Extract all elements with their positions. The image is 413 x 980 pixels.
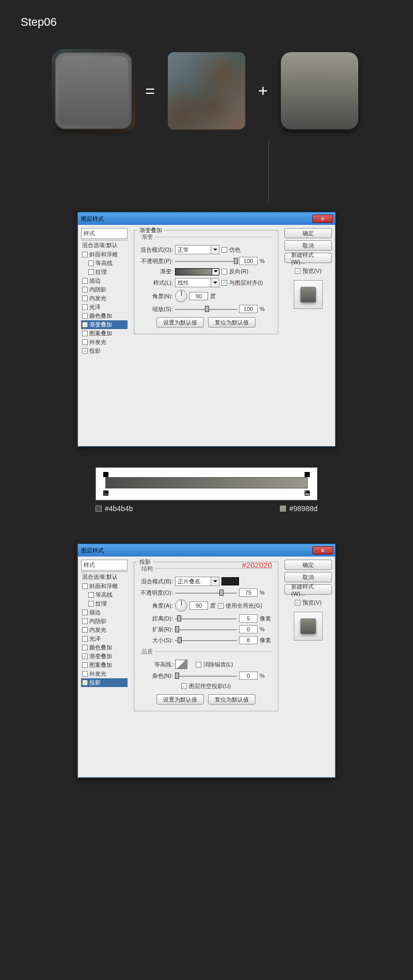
reverse-checkbox[interactable] [221,269,227,274]
dialog-titlebar[interactable]: 图层样式 ✕ [78,213,335,225]
new-style-button[interactable]: 新建样式(W)... [284,253,332,263]
style-item[interactable]: 图案叠加 [81,329,128,338]
style-item[interactable]: 颜色叠加 [81,312,128,320]
distance-slider[interactable] [175,614,237,623]
reset-default-button[interactable]: 复位为默认值 [208,317,256,328]
blend-mode-select[interactable]: 正常 [175,245,219,254]
shadow-color-swatch[interactable] [221,577,239,585]
style-item[interactable]: 等高线 [81,591,128,599]
style-checkbox[interactable] [82,583,88,589]
scale-slider[interactable] [175,305,237,313]
style-checkbox[interactable] [82,304,88,310]
preview-checkbox[interactable] [295,268,300,274]
style-checkbox[interactable] [88,260,94,266]
contour-picker[interactable] [175,660,187,669]
style-item[interactable]: 纹理 [81,268,128,276]
style-item[interactable]: 颜色叠加 [81,643,128,652]
style-checkbox[interactable] [82,252,88,257]
style-checkbox[interactable] [82,636,88,642]
angle-input[interactable]: 90 [189,292,208,300]
dialog-titlebar[interactable]: 图层样式 ✕ [78,544,335,557]
spread-input[interactable]: 0 [239,625,258,633]
preview-checkbox[interactable] [295,600,300,606]
style-checkbox[interactable] [82,296,88,301]
ok-button[interactable]: 确定 [284,560,332,570]
style-checkbox[interactable] [82,339,88,345]
style-item[interactable]: 等高线 [81,259,128,268]
size-input[interactable]: 8 [239,636,258,644]
antialias-checkbox[interactable] [196,662,201,667]
style-checkbox[interactable] [82,654,88,659]
blend-mode-select[interactable]: 正片叠底 [175,577,219,586]
style-item[interactable]: 内阴影 [81,617,128,626]
angle-dial[interactable] [175,599,187,612]
new-style-button[interactable]: 新建样式(W)... [284,584,332,595]
grad-style-select[interactable]: 线性 [175,278,219,287]
style-item[interactable]: 外发光 [81,338,128,347]
style-checkbox[interactable] [82,662,88,668]
style-checkbox[interactable] [82,671,88,677]
global-light-checkbox[interactable] [218,603,224,609]
style-item[interactable]: 斜面和浮雕 [81,250,128,259]
color-stop-left[interactable] [103,491,108,496]
opacity-stop-right[interactable] [305,472,310,477]
style-item[interactable]: 描边 [81,276,128,285]
style-checkbox[interactable] [82,680,88,685]
style-checkbox[interactable] [82,313,88,319]
opacity-stop-left[interactable] [103,472,108,477]
style-checkbox[interactable] [82,610,88,615]
angle-input[interactable]: 90 [189,601,208,610]
gradient-editor[interactable] [96,467,317,500]
style-item[interactable]: 渐变叠加 [81,652,128,661]
set-default-button[interactable]: 设置为默认值 [156,317,204,328]
style-item[interactable]: 内发光 [81,626,128,634]
style-checkbox[interactable] [88,269,94,275]
opacity-slider[interactable] [175,257,237,265]
style-item[interactable]: 内阴影 [81,285,128,294]
style-item[interactable]: 外发光 [81,669,128,678]
size-slider[interactable] [175,636,237,644]
opacity-slider[interactable] [175,589,237,597]
dither-checkbox[interactable] [221,247,227,253]
style-checkbox[interactable] [82,322,88,328]
style-item[interactable]: 内发光 [81,294,128,303]
spread-slider[interactable] [175,625,237,633]
knockout-checkbox[interactable] [181,683,187,689]
style-item[interactable]: 光泽 [81,303,128,312]
style-item[interactable]: 光泽 [81,634,128,643]
style-checkbox[interactable] [82,627,88,633]
scale-input[interactable]: 100 [239,305,258,313]
style-item[interactable]: 斜面和浮雕 [81,582,128,591]
close-button[interactable]: ✕ [312,215,333,223]
opacity-input[interactable]: 75 [239,589,258,597]
distance-input[interactable]: 5 [239,614,258,623]
gradient-bar[interactable] [105,477,308,488]
cancel-button[interactable]: 取消 [284,572,332,582]
set-default-button[interactable]: 设置为默认值 [156,694,204,705]
angle-dial[interactable] [175,290,187,302]
style-checkbox[interactable] [82,348,88,354]
style-item[interactable]: 投影 [81,347,128,355]
opacity-input[interactable]: 100 [239,257,258,265]
reset-default-button[interactable]: 复位为默认值 [208,694,256,705]
color-stop-right[interactable] [305,491,310,496]
style-checkbox[interactable] [82,287,88,292]
align-checkbox[interactable] [221,280,227,286]
gradient-picker[interactable] [175,268,219,275]
style-checkbox[interactable] [82,618,88,624]
styles-header[interactable]: 样式 [81,228,128,239]
close-button[interactable]: ✕ [312,546,333,554]
ok-button[interactable]: 确定 [284,228,332,238]
styles-header[interactable]: 样式 [81,560,128,570]
style-checkbox[interactable] [88,601,94,607]
style-checkbox[interactable] [82,645,88,650]
noise-slider[interactable] [175,672,237,680]
blend-options[interactable]: 混合选项:默认 [81,240,128,250]
style-checkbox[interactable] [88,592,94,598]
style-item[interactable]: 纹理 [81,599,128,608]
blend-options[interactable]: 混合选项:默认 [81,571,128,582]
noise-input[interactable]: 0 [239,672,258,680]
style-item[interactable]: 图案叠加 [81,661,128,669]
style-item[interactable]: 投影 [81,678,128,687]
style-checkbox[interactable] [82,331,88,336]
